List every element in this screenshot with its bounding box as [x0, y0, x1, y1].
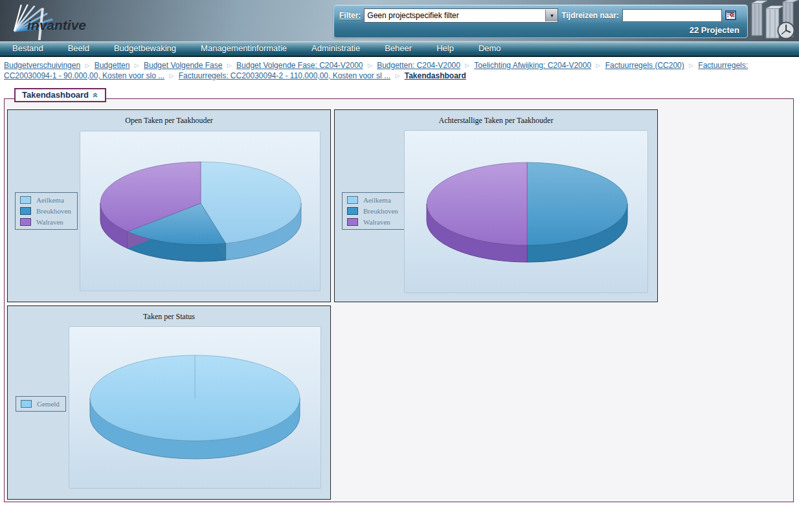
chart-legend: Aeilkema Breukhoven Walraven — [15, 192, 78, 230]
breadcrumb-link[interactable]: Budget Volgende Fase: C204-V2000 — [236, 61, 363, 70]
breadcrumb-link[interactable]: Budget Volgende Fase — [144, 61, 222, 70]
breadcrumb-current[interactable]: Takendashboard — [405, 71, 466, 80]
legend-label: Breukhoven — [36, 207, 71, 215]
legend-label: Aeilkema — [363, 196, 391, 204]
invantive-logo: invantive — [4, 1, 166, 40]
legend-item: Breukhoven — [347, 207, 398, 215]
chart-title: Taken per Status — [8, 312, 330, 322]
breadcrumb-link[interactable]: Factuurregels: CC20030094-2 - 110.000,00… — [179, 71, 390, 80]
breadcrumb-separator-icon: ▷ — [365, 62, 375, 69]
menu-demo[interactable]: Demo — [466, 41, 513, 56]
menu-administratie[interactable]: Administratie — [299, 41, 372, 56]
projects-buildings-icon — [748, 0, 799, 41]
chart-title: Achterstallige Taken per Taakhouder — [335, 116, 657, 126]
chart-title: Open Taken per Taakhouder — [8, 116, 330, 126]
legend-item: Breukhoven — [20, 207, 71, 215]
section-tab-takendashboard[interactable]: Takendashboard « — [14, 88, 106, 102]
legend-label: Walraven — [36, 218, 63, 226]
calendar-icon[interactable] — [725, 10, 737, 21]
legend-swatch — [347, 207, 358, 215]
pie-chart-achterstallige-taken — [405, 131, 647, 293]
menu-managementinformatie[interactable]: Managementinformatie — [188, 41, 299, 56]
menu-bar: Bestand Beeld Budgetbewaking Managementi… — [0, 41, 799, 57]
legend-label: Breukhoven — [363, 207, 398, 215]
legend-item: Aeilkema — [347, 196, 398, 204]
breadcrumb-link[interactable]: Budgetten: C204-V2000 — [377, 61, 460, 70]
chart-panel-achterstallige-taken: Achterstallige Taken per Taakhouder Aeil… — [334, 109, 658, 302]
breadcrumb-separator-icon: ▷ — [132, 62, 142, 69]
breadcrumb-separator-icon: ▷ — [462, 62, 472, 69]
app-header: invantive Filter: Geen projectspecifiek … — [0, 0, 799, 41]
pie-plot-area — [404, 130, 648, 293]
legend-swatch — [347, 196, 358, 204]
legend-item: Walraven — [347, 218, 398, 226]
breadcrumb-separator-icon: ▷ — [167, 72, 177, 79]
breadcrumb-link[interactable]: Factuurregels (CC200) — [605, 61, 684, 70]
takendashboard-groupbox: Open Taken per Taakhouder Aeilkema Breuk… — [4, 98, 794, 502]
menu-beeld[interactable]: Beeld — [56, 41, 102, 56]
legend-label: Gemeld — [37, 400, 60, 408]
breadcrumb-link[interactable]: Budgetten — [95, 61, 130, 70]
breadcrumb-separator-icon: ▷ — [225, 62, 234, 69]
breadcrumb-link[interactable]: Budgetverschuivingen — [4, 61, 80, 70]
projects-count: 22 Projecten — [690, 25, 739, 35]
logo-text: invantive — [27, 17, 86, 32]
legend-swatch — [20, 207, 31, 215]
collapse-chevron-up-icon[interactable]: « — [93, 93, 99, 98]
menu-beheer[interactable]: Beheer — [372, 41, 424, 56]
pie-plot-area — [69, 326, 321, 489]
project-filter-value: Geen projectspecifiek filter — [365, 11, 458, 20]
chart-legend: Aeilkema Breukhoven Walraven — [342, 192, 405, 230]
section-title: Takendashboard — [22, 90, 89, 100]
legend-swatch — [21, 400, 32, 408]
time-travel-input[interactable] — [622, 9, 722, 22]
legend-swatch — [20, 218, 31, 226]
legend-swatch — [20, 196, 31, 204]
legend-item: Aeilkema — [20, 196, 71, 204]
legend-swatch — [347, 218, 358, 226]
breadcrumb-separator-icon: ▷ — [593, 62, 603, 69]
chart-panel-open-taken: Open Taken per Taakhouder Aeilkema Breuk… — [7, 109, 331, 302]
breadcrumb-separator-icon: ▷ — [392, 72, 402, 79]
legend-item: Gemeld — [21, 400, 60, 408]
breadcrumb-link[interactable]: Toelichting Afwijking: C204-V2000 — [474, 61, 591, 70]
pie-chart-taken-per-status — [69, 327, 321, 488]
filter-label[interactable]: Filter: — [339, 11, 361, 20]
breadcrumb-separator-icon: ▷ — [686, 62, 696, 69]
menu-budgetbewaking[interactable]: Budgetbewaking — [102, 41, 188, 56]
pie-plot-area — [80, 131, 321, 291]
filter-panel: Filter: Geen projectspecifiek filter ▼ T… — [333, 5, 748, 38]
breadcrumb-separator-icon: ▷ — [82, 62, 92, 69]
breadcrumb: Budgetverschuivingen ▷ Budgetten ▷ Budge… — [0, 57, 798, 81]
legend-item: Walraven — [20, 218, 71, 226]
project-filter-select[interactable]: Geen projectspecifiek filter ▼ — [364, 8, 558, 23]
legend-label: Aeilkema — [36, 196, 64, 204]
time-travel-label: Tijdreizen naar: — [561, 11, 618, 20]
legend-label: Walraven — [363, 218, 390, 226]
pie-chart-open-taken — [80, 131, 320, 291]
chart-panel-taken-per-status: Taken per Status Gemeld — [7, 305, 331, 500]
chevron-down-icon[interactable]: ▼ — [545, 10, 557, 21]
menu-help[interactable]: Help — [424, 41, 466, 56]
chart-legend: Gemeld — [16, 396, 66, 412]
menu-bestand[interactable]: Bestand — [0, 41, 56, 56]
